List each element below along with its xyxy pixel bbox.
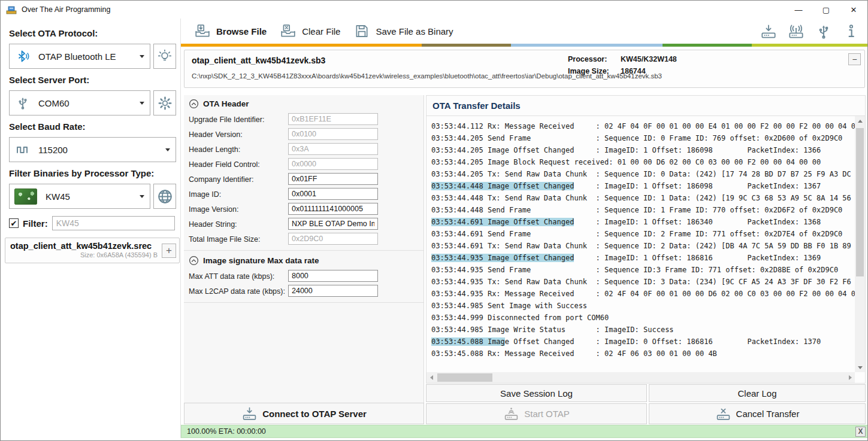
log-line: 03:53:44.691 Tx: Send Raw Data Chunk : S…	[431, 240, 855, 252]
port-label: Select Server Port:	[9, 75, 180, 85]
field-label: Max L2CAP data rate (kbps):	[189, 287, 285, 296]
clear-file-label: Clear File	[302, 26, 340, 37]
globe-icon	[156, 188, 174, 205]
cancel-transfer-button[interactable]: Cancel Transfer	[649, 403, 866, 424]
loaded-file-name: otap_client_att_kw45b41zevk.sb3	[192, 56, 325, 65]
ota-header-section[interactable]: OTA Header	[184, 95, 424, 112]
image-version-input[interactable]	[288, 203, 378, 215]
usb-icon[interactable]	[815, 23, 833, 39]
download-device-icon[interactable]	[760, 23, 778, 39]
clear-file-button[interactable]: Clear File	[280, 23, 340, 39]
max-att-rate-input[interactable]	[288, 270, 378, 282]
log-line: 03:53:44.205 Tx: Send Raw Data Chunk : S…	[431, 168, 855, 180]
header-version-input	[288, 128, 378, 140]
max-l2cap-rate-input[interactable]	[288, 285, 378, 297]
chevron-down-icon	[140, 55, 144, 58]
lightbulb-icon	[157, 48, 173, 64]
processor-meta-value: KW45/K32W148	[621, 55, 677, 63]
field-label: Image Version:	[189, 205, 238, 214]
clear-file-icon	[280, 23, 297, 39]
clear-log-button[interactable]: Clear Log	[649, 384, 866, 402]
transfer-panel: OTA Transfer Details 03:53:44.112 Rx: Me…	[426, 95, 866, 384]
collapse-file-info-button[interactable]: −	[848, 53, 861, 65]
minimize-button[interactable]: —	[785, 1, 812, 19]
sidebar: Select OTA Protocol: OTAP Bluetooth LE	[1, 19, 181, 438]
scroll-down-icon[interactable]	[855, 363, 865, 372]
baud-value: 115200	[38, 145, 68, 155]
processor-value: KW45	[46, 191, 70, 202]
transfer-log[interactable]: 03:53:44.112 Rx: Message Received : 02 4…	[427, 116, 855, 372]
processor-board-image	[14, 188, 37, 205]
company-identifier-input[interactable]	[288, 173, 378, 185]
log-line: 03:53:44.205 Image Block Request receive…	[431, 156, 855, 168]
port-settings-button[interactable]	[153, 90, 176, 115]
app-icon	[6, 5, 17, 14]
log-line: 03:53:44.935 Send Frame : Sequence ID:3 …	[431, 264, 855, 276]
log-line: 03:53:44.935 Image Offset Changed : Imag…	[431, 252, 855, 264]
horizontal-scroll-thumb[interactable]	[437, 373, 492, 382]
log-line: 03:53:45.088 Rx: Message Received : 02 4…	[431, 348, 855, 360]
log-line: 03:53:44.448 Tx: Send Raw Data Chunk : S…	[431, 192, 855, 204]
add-file-button[interactable]: +	[162, 244, 176, 258]
scroll-up-icon[interactable]	[855, 116, 865, 126]
scroll-right-icon[interactable]	[845, 372, 855, 383]
log-line: 03:53:44.205 Send Frame : Sequence ID: 0…	[431, 132, 855, 144]
header-string-input[interactable]	[288, 218, 378, 230]
protocol-hint-button[interactable]	[153, 44, 176, 69]
total-image-file-size-input	[288, 233, 378, 245]
signature-section[interactable]: Image signature Max data rate	[184, 252, 424, 269]
port-dropdown[interactable]: COM60	[9, 90, 150, 115]
progress-bar: 100.00% ETA: 00:00:00 X	[181, 425, 868, 438]
save-binary-button[interactable]: Save File as Binary	[353, 23, 453, 39]
log-line: 03:53:44.935 Rx: Message Received : 02 4…	[431, 288, 855, 300]
binary-file-item[interactable]: otap_client_att_kw45b41zevk.srec Size: 0…	[5, 238, 180, 263]
log-line: 03:53:44.985 Image Write Status : ImageI…	[431, 324, 855, 336]
log-line: 03:53:44.448 Send Frame : Sequence ID: 1…	[431, 204, 855, 216]
processor-web-button[interactable]	[153, 184, 176, 209]
ota-header-title: OTA Header	[203, 99, 249, 108]
baud-label: Select Baud Rate:	[9, 121, 180, 132]
browse-file-icon	[194, 23, 211, 39]
scroll-left-icon[interactable]	[427, 372, 436, 383]
maximize-button[interactable]: ▢	[812, 1, 840, 19]
connect-download-icon	[241, 406, 258, 421]
toolbar-accent-strip	[181, 44, 868, 47]
window-title: Over The Air Programming	[22, 5, 110, 14]
log-line: 03:53:45.088 Image Offset Changed : Imag…	[431, 336, 855, 348]
chevron-down-icon	[165, 148, 170, 151]
protocol-label: Select OTA Protocol:	[9, 28, 180, 38]
app-window: Over The Air Programming — ▢ ✕ Select OT…	[0, 0, 868, 441]
connect-otap-server-button[interactable]: Connect to OTAP Server	[184, 403, 424, 424]
save-session-log-button[interactable]: Save Session Log	[426, 384, 647, 402]
field-label: Image ID:	[189, 190, 221, 199]
cancel-transfer-label: Cancel Transfer	[736, 409, 800, 419]
log-line: 03:53:44.205 Image Offset Changed : Imag…	[431, 144, 855, 156]
save-file-icon	[353, 23, 370, 39]
chevron-down-icon	[140, 195, 144, 198]
baud-dropdown[interactable]: 115200	[9, 137, 176, 162]
field-label: Max ATT data rate (kbps):	[189, 272, 274, 281]
horizontal-scrollbar[interactable]	[427, 372, 855, 383]
filter-input[interactable]	[52, 216, 175, 230]
params-panel: OTA Header Upgrade File Identifier: Head…	[184, 95, 424, 403]
field-label: Header Field Control:	[189, 160, 260, 169]
filter-checkbox[interactable]: ✔	[9, 218, 19, 228]
browse-file-button[interactable]: Browse File	[194, 23, 267, 39]
processor-dropdown[interactable]: KW45	[9, 184, 150, 209]
field-label: Total Image File Size:	[189, 235, 261, 244]
toolbar: Browse File Clear File Save File as Bina…	[181, 19, 868, 44]
vertical-scroll-thumb[interactable]	[856, 128, 864, 276]
log-line: 03:53:44.999 Disconnected from port COM6…	[431, 312, 855, 324]
wireless-device-icon[interactable]	[787, 23, 805, 39]
protocol-dropdown[interactable]: OTAP Bluetooth LE	[9, 44, 150, 69]
save-binary-label: Save File as Binary	[376, 26, 453, 37]
start-otap-label: Start OTAP	[524, 409, 570, 419]
close-button[interactable]: ✕	[840, 1, 867, 19]
image-id-input[interactable]	[288, 188, 378, 200]
upgrade-file-identifier-input	[288, 113, 378, 125]
field-label: Header String:	[189, 220, 237, 229]
info-icon[interactable]	[842, 23, 860, 39]
chevron-down-icon	[140, 102, 144, 105]
vertical-scrollbar[interactable]	[855, 116, 865, 372]
progress-close-button[interactable]: X	[855, 427, 866, 437]
